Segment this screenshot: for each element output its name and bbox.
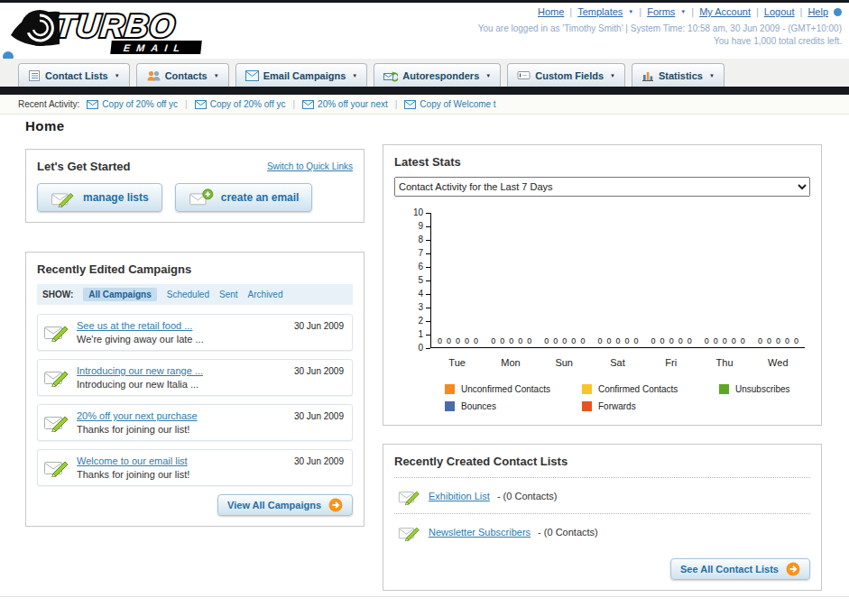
view-all-campaigns-button[interactable]: View All Campaigns xyxy=(217,494,353,516)
recent-activity-item[interactable]: Copy of 20% off yc xyxy=(195,99,286,109)
chart-value-label: 0 xyxy=(741,336,745,345)
chart-value-label: 0 xyxy=(688,336,692,345)
header-link-my-account[interactable]: My Account xyxy=(699,6,751,17)
create-email-button[interactable]: create an email xyxy=(175,183,313,212)
chart-x-tick-label: Fri xyxy=(644,357,697,368)
envelope-icon xyxy=(195,100,207,109)
legend-label: Confirmed Contacts xyxy=(598,384,678,394)
app-logo[interactable]: TURBO EMAIL xyxy=(7,5,251,57)
custom-fields-icon xyxy=(517,69,531,81)
chart-x-tick-label: Wed xyxy=(752,357,805,368)
credits-info: You have 1,000 total credits left. xyxy=(478,36,842,46)
nav-tab-custom-fields[interactable]: Custom Fields▼ xyxy=(507,63,625,87)
chart-value-label: 0 xyxy=(785,336,789,345)
chart-x-tick-label: Sun xyxy=(538,357,591,368)
header-link-home[interactable]: Home xyxy=(538,6,564,17)
activity-separator: | xyxy=(185,99,188,109)
nav-tab-contact-lists[interactable]: Contact Lists▼ xyxy=(18,63,130,87)
templates-dropdown-caret-icon: ▼ xyxy=(628,9,633,14)
campaign-title-link[interactable]: Welcome to our email list xyxy=(77,455,189,466)
recent-activity-label: Recent Activity: xyxy=(18,99,79,109)
recent-activity-item[interactable]: Copy of 20% off yc xyxy=(87,99,178,109)
nav-tab-contacts[interactable]: Contacts▼ xyxy=(136,63,229,87)
tab-all-campaigns[interactable]: All Campaigns xyxy=(83,288,156,301)
legend-swatch xyxy=(445,401,455,411)
legend-item: Bounces xyxy=(445,401,582,411)
chart-x-tick-label: Tue xyxy=(430,357,484,368)
chart-y-tick: 7 xyxy=(407,250,430,257)
header-link-logout[interactable]: Logout xyxy=(764,6,795,17)
chart-value-label: 0 xyxy=(660,336,665,345)
header-separator: | xyxy=(800,6,803,17)
recent-activity-item[interactable]: Copy of Welcome t xyxy=(404,99,495,109)
chart-value-label: 0 xyxy=(580,336,585,345)
header-separator: | xyxy=(756,6,759,17)
chart-y-tick: 4 xyxy=(407,290,430,298)
tab-archived[interactable]: Archived xyxy=(248,290,283,299)
legend-swatch xyxy=(445,384,455,394)
campaign-row[interactable]: 20% off your next purchase Thanks for jo… xyxy=(37,404,353,441)
chart-value-label: 0 xyxy=(651,336,656,345)
header-link-templates[interactable]: Templates xyxy=(577,6,623,17)
nav-tab-statistics[interactable]: Statistics▼ xyxy=(632,63,724,87)
envelope-icon xyxy=(404,100,416,109)
header-link-help[interactable]: Help xyxy=(807,6,828,17)
campaign-date: 30 Jun 2009 xyxy=(294,366,344,376)
chart-value-label: 0 xyxy=(571,336,576,345)
envelope-pencil-icon xyxy=(43,320,70,342)
recent-contact-lists-panel: Recently Created Contact Lists Exhibitio… xyxy=(383,444,822,591)
campaign-row[interactable]: Welcome to our email list Thanks for joi… xyxy=(37,449,353,486)
campaign-row[interactable]: See us at the retail food ... We're givi… xyxy=(37,314,353,351)
campaign-title-link[interactable]: 20% off your next purchase xyxy=(77,410,198,421)
chart-y-tick: 1 xyxy=(407,331,430,338)
recent-activity-text: Copy of 20% off yc xyxy=(210,99,286,109)
right-column: Latest Stats Contact Activity for the La… xyxy=(383,144,822,591)
contact-list-name-link[interactable]: Exhibition List xyxy=(429,491,490,501)
chart-value-label: 0 xyxy=(794,336,798,345)
chart-value-label: 0 xyxy=(597,336,602,345)
recent-activity-item[interactable]: 20% off your next xyxy=(302,99,388,109)
manage-lists-button[interactable]: manage lists xyxy=(37,183,162,212)
login-info: You are logged in as 'Timothy Smith' | S… xyxy=(478,23,842,33)
campaign-title-link[interactable]: Introducing our new range ... xyxy=(77,365,203,376)
get-started-panel: Let's Get Started Switch to Quick Links … xyxy=(25,149,365,223)
chart-value-label: 0 xyxy=(518,336,522,345)
forms-dropdown-caret-icon: ▼ xyxy=(680,9,686,14)
contact-list-item[interactable]: Exhibition List - (0 Contacts) xyxy=(394,477,810,513)
contact-list-name-link[interactable]: Newsletter Subscribers xyxy=(429,527,531,538)
campaign-filter-tabs: SHOW: All Campaigns Scheduled Sent Archi… xyxy=(37,284,353,305)
nav-tab-email-campaigns[interactable]: Email Campaigns▼ xyxy=(235,63,368,87)
bottom-divider xyxy=(0,596,849,597)
chart-legend: Unconfirmed ContactsConfirmed ContactsUn… xyxy=(445,384,805,411)
envelope-plus-icon xyxy=(189,188,214,207)
logo-title: TURBO xyxy=(53,7,177,44)
envelope-pencil-icon xyxy=(398,522,421,541)
campaign-row[interactable]: Introducing our new range ... Introducin… xyxy=(37,359,353,396)
chart-value-group: 00000 xyxy=(538,336,591,345)
chart-value-label: 0 xyxy=(776,336,780,345)
chart-value-group: 00000 xyxy=(752,336,805,345)
chart-x-tick-label: Sat xyxy=(591,357,644,368)
chart-y-tick: 0 xyxy=(407,345,430,352)
left-column: Let's Get Started Switch to Quick Links … xyxy=(25,149,365,527)
show-label: SHOW: xyxy=(42,290,73,299)
chart-value-group: 00000 xyxy=(645,336,698,345)
campaign-subtitle: Thanks for joining our list! xyxy=(77,424,198,435)
chevron-down-icon: ▼ xyxy=(115,73,120,78)
campaign-title-link[interactable]: See us at the retail food ... xyxy=(77,320,204,331)
contact-list-item[interactable]: Newsletter Subscribers - (0 Contacts) xyxy=(394,513,810,549)
stats-range-select[interactable]: Contact Activity for the Last 7 Days xyxy=(394,177,810,197)
tab-scheduled[interactable]: Scheduled xyxy=(167,290,209,299)
legend-item: Unconfirmed Contacts xyxy=(445,384,582,394)
see-all-contact-lists-button[interactable]: See All Contact Lists xyxy=(670,558,810,580)
nav-tab-autoresponders[interactable]: Autoresponders▼ xyxy=(374,63,501,87)
chart-x-labels: TueMonSunSatFriThuWed xyxy=(430,357,805,368)
switch-quick-links-link[interactable]: Switch to Quick Links xyxy=(267,161,353,171)
header-link-forms[interactable]: Forms xyxy=(647,6,675,17)
envelope-pencil-icon xyxy=(398,486,421,505)
tab-sent[interactable]: Sent xyxy=(219,290,238,299)
logo-subtitle: EMAIL xyxy=(123,42,186,53)
help-bubble-icon[interactable] xyxy=(834,8,842,16)
manage-lists-label: manage lists xyxy=(83,191,149,204)
legend-swatch xyxy=(582,401,592,411)
